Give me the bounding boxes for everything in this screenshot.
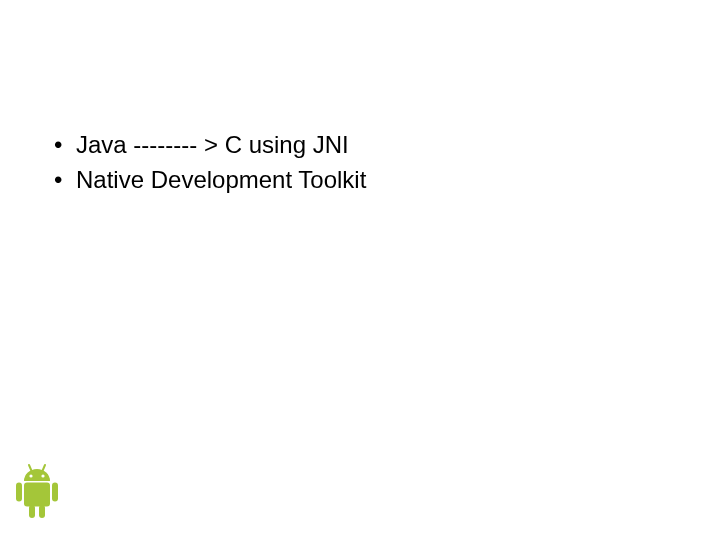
svg-rect-5 xyxy=(16,483,22,502)
bullet-text: Native Development Toolkit xyxy=(76,166,366,193)
bullet-item: Native Development Toolkit xyxy=(48,163,672,198)
svg-rect-7 xyxy=(29,505,35,518)
svg-point-3 xyxy=(41,474,44,477)
bullet-item: Java -------- > C using JNI xyxy=(48,128,672,163)
svg-rect-4 xyxy=(24,483,50,507)
svg-rect-6 xyxy=(52,483,58,502)
bullet-text: Java -------- > C using JNI xyxy=(76,131,349,158)
svg-point-2 xyxy=(29,474,32,477)
svg-rect-8 xyxy=(39,505,45,518)
slide: Java -------- > C using JNI Native Devel… xyxy=(0,0,720,540)
android-logo-icon xyxy=(10,462,64,528)
bullet-list: Java -------- > C using JNI Native Devel… xyxy=(48,128,672,198)
slide-content: Java -------- > C using JNI Native Devel… xyxy=(48,128,672,198)
